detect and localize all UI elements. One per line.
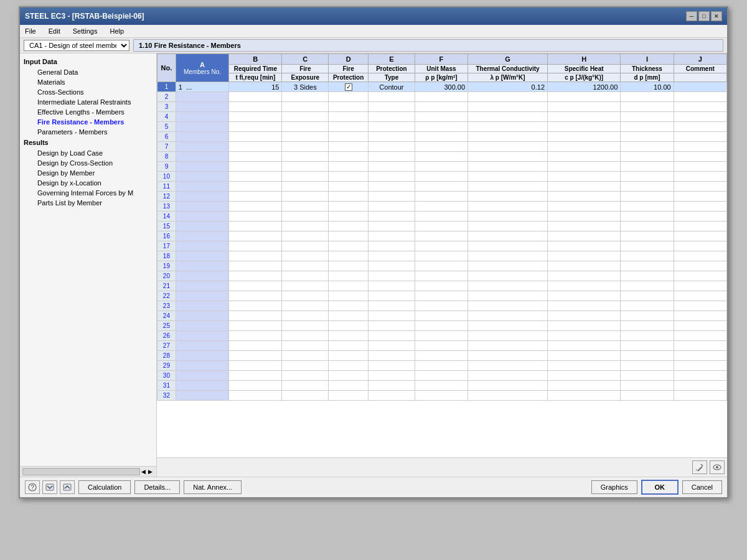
cell-g[interactable] [468,381,548,391]
cell-d[interactable] [329,351,369,361]
cell-h[interactable] [548,102,621,112]
cell-g[interactable] [468,102,548,112]
cell-i[interactable] [621,222,674,231]
cell-c[interactable] [282,261,329,271]
cell-i[interactable] [621,311,674,321]
cell-i[interactable] [621,231,674,241]
cell-a[interactable] [176,92,228,102]
table-row[interactable]: 17 [157,241,727,251]
cell-i[interactable] [621,261,674,271]
cell-h[interactable] [548,281,621,291]
cell-b[interactable] [229,351,282,361]
cell-e[interactable] [369,231,415,241]
cell-g[interactable] [468,152,548,162]
table-row[interactable]: 14 [157,212,727,222]
cell-c[interactable] [282,301,329,311]
cell-e[interactable] [369,142,415,152]
cell-h[interactable] [548,152,621,162]
cell-g[interactable] [468,132,548,142]
cell-i[interactable] [621,251,674,261]
sidebar-item-materials[interactable]: Materials [20,77,156,87]
cell-f[interactable] [415,231,467,241]
cell-a[interactable] [176,192,228,202]
cell-c[interactable] [282,132,329,142]
cell-h[interactable] [548,371,621,381]
cell-j[interactable] [674,202,726,212]
cell-g[interactable] [468,371,548,381]
cell-c[interactable] [282,391,329,401]
cell-j[interactable] [674,371,726,381]
cell-h[interactable] [548,122,621,132]
cell-i[interactable] [621,291,674,301]
cell-h[interactable] [548,172,621,182]
sidebar-item-general-data[interactable]: General Data [20,67,156,77]
cell-b[interactable] [229,231,282,241]
cell-i[interactable] [621,321,674,331]
cell-j[interactable] [674,192,726,202]
cell-e[interactable] [369,102,415,112]
cell-d[interactable] [329,132,369,142]
cell-i[interactable] [621,192,674,202]
cell-d[interactable] [329,122,369,132]
cell-g[interactable] [468,92,548,102]
cell-j[interactable] [674,301,726,311]
cell-h[interactable] [548,381,621,391]
cell-b[interactable] [229,92,282,102]
cell-i[interactable] [621,281,674,291]
cell-a[interactable] [176,261,228,271]
cell-e[interactable] [369,381,415,391]
cell-j[interactable] [674,361,726,371]
cell-b[interactable] [229,102,282,112]
cell-f[interactable] [415,172,467,182]
cell-a[interactable] [176,351,228,361]
table-container[interactable]: No. A Members No. B C D E F G [157,54,727,457]
cell-j[interactable] [674,311,726,321]
menu-edit[interactable]: Edit [46,26,63,36]
cell-i[interactable] [621,92,674,102]
cell-a[interactable] [176,391,228,401]
cell-d[interactable] [329,281,369,291]
cell-d[interactable] [329,142,369,152]
cell-b[interactable] [229,321,282,331]
cell-e[interactable] [369,152,415,162]
cell-a[interactable] [176,222,228,231]
cell-f[interactable] [415,241,467,251]
cell-e[interactable] [369,291,415,301]
cell-b[interactable] [229,122,282,132]
cell-b[interactable] [229,391,282,401]
cell-f[interactable] [415,271,467,281]
cell-d[interactable] [329,321,369,331]
cell-g[interactable] [468,192,548,202]
cell-h[interactable] [548,321,621,331]
cell-h[interactable] [548,231,621,241]
cell-d[interactable] [329,241,369,251]
table-row[interactable]: 10 [157,172,727,182]
fire-protection-checkbox[interactable] [345,83,352,91]
cell-i[interactable] [621,371,674,381]
cell-d[interactable] [329,361,369,371]
cell-a[interactable] [176,311,228,321]
cell-e[interactable] [369,222,415,231]
cell-i[interactable] [621,112,674,122]
cell-e[interactable] [369,122,415,132]
cell-e[interactable] [369,281,415,291]
table-row[interactable]: 32 [157,391,727,401]
cell-b[interactable] [229,202,282,212]
cell-j[interactable] [674,231,726,241]
cell-g[interactable] [468,172,548,182]
cell-i[interactable] [621,301,674,311]
menu-file[interactable]: File [22,26,39,36]
cell-h[interactable] [548,261,621,271]
cell-f[interactable] [415,331,467,341]
cell-b[interactable] [229,251,282,261]
cell-b[interactable] [229,261,282,271]
cell-i[interactable] [621,341,674,351]
cell-e[interactable] [369,92,415,102]
cell-j[interactable] [674,341,726,351]
cell-c[interactable] [282,271,329,281]
back-icon[interactable] [42,480,57,494]
cell-c[interactable] [282,351,329,361]
cell-e[interactable] [369,172,415,182]
cell-i[interactable] [621,361,674,371]
cell-j[interactable] [674,182,726,192]
